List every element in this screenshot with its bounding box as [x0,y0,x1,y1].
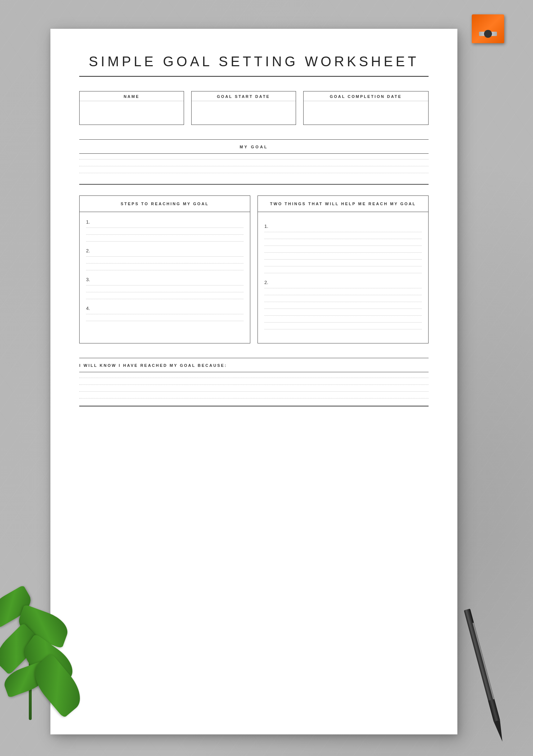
thing-1-line-4[interactable] [264,252,422,253]
my-goal-label: MY GOAL [239,145,268,149]
thing-2-line-2[interactable] [264,295,422,295]
two-things-content: 1. 2. [258,212,428,343]
start-date-label: GOAL START DATE [192,91,296,101]
thing-2-num: 2. [264,280,422,285]
step-4-line-1[interactable] [86,314,243,314]
thing-2-line-5[interactable] [264,315,422,316]
plant-decoration [0,540,101,720]
step-3-line-3[interactable] [86,299,243,299]
two-things-header: TWO THINGS THAT WILL HELP ME REACH MY GO… [258,196,428,212]
name-label: NAME [80,91,184,101]
thing-1-num: 1. [264,224,422,229]
completion-date-field-box: GOAL COMPLETION DATE [303,91,429,125]
step-1-num: 1. [86,219,243,225]
thing-1-line-3[interactable] [264,246,422,246]
worksheet-paper: SIMPLE GOAL SETTING WORKSHEET NAME GOAL … [50,29,457,734]
step-3-num: 3. [86,277,243,282]
thing-1-line-6[interactable] [264,266,422,266]
step-1-line-2[interactable] [86,234,243,235]
my-goal-lines [79,159,429,173]
step-2-line-1[interactable] [86,256,243,257]
bottom-line-4[interactable] [79,398,429,399]
thing-2-line-7[interactable] [264,329,422,329]
bottom-section: I WILL KNOW I HAVE REACHED MY GOAL BECAU… [79,358,429,406]
bottom-line-2[interactable] [79,384,429,385]
thing-2-line-1[interactable] [264,288,422,288]
completion-date-label: GOAL COMPLETION DATE [304,91,429,101]
my-goal-section-bar: MY GOAL [79,139,429,154]
name-field-box: NAME [79,91,184,125]
start-date-field-box: GOAL START DATE [191,91,296,125]
thing-1-line-5[interactable] [264,259,422,260]
step-3: 3. [86,277,243,299]
step-1-line-1[interactable] [86,228,243,228]
name-input-area[interactable] [80,101,184,125]
step-2-num: 2. [86,248,243,253]
step-1: 1. [86,219,243,242]
thing-1-line-2[interactable] [264,239,422,239]
bottom-line-3[interactable] [79,391,429,392]
thing-2-line-3[interactable] [264,302,422,302]
steps-box: STEPS TO REACHING MY GOAL 1. 2. 3. [79,195,250,343]
step-1-line-3[interactable] [86,241,243,242]
step-4: 4. [86,306,243,321]
bottom-section-bar: I WILL KNOW I HAVE REACHED MY GOAL BECAU… [79,358,429,372]
sharpener-decoration [472,0,504,43]
thing-1-line-1[interactable] [264,232,422,232]
bottom-line-1[interactable] [79,378,429,378]
step-4-line-2[interactable] [86,321,243,321]
goal-line-1[interactable] [79,159,429,159]
step-3-line-2[interactable] [86,292,243,292]
thing-2-line-4[interactable] [264,309,422,309]
steps-content: 1. 2. 3. 4. [80,212,250,335]
thing-1-line-7[interactable] [264,273,422,273]
steps-header: STEPS TO REACHING MY GOAL [80,196,250,212]
thing-2-line-6[interactable] [264,322,422,323]
section-divider [79,184,429,185]
pen-decoration [454,593,511,744]
two-col-section: STEPS TO REACHING MY GOAL 1. 2. 3. [79,195,429,343]
step-3-line-1[interactable] [86,285,243,285]
step-2-line-2[interactable] [86,263,243,264]
step-4-num: 4. [86,306,243,311]
goal-line-3[interactable] [79,173,429,173]
goal-line-2[interactable] [79,166,429,166]
title-underline [79,76,429,77]
step-2: 2. [86,248,243,270]
step-2-line-3[interactable] [86,270,243,270]
bottom-section-label: I WILL KNOW I HAVE REACHED MY GOAL BECAU… [79,363,227,368]
bottom-final-line [79,406,429,406]
two-things-box: TWO THINGS THAT WILL HELP ME REACH MY GO… [257,195,429,343]
fields-row: NAME GOAL START DATE GOAL COMPLETION DAT… [79,91,429,125]
completion-date-input-area[interactable] [304,101,429,125]
worksheet-title: SIMPLE GOAL SETTING WORKSHEET [79,54,429,69]
start-date-input-area[interactable] [192,101,296,125]
